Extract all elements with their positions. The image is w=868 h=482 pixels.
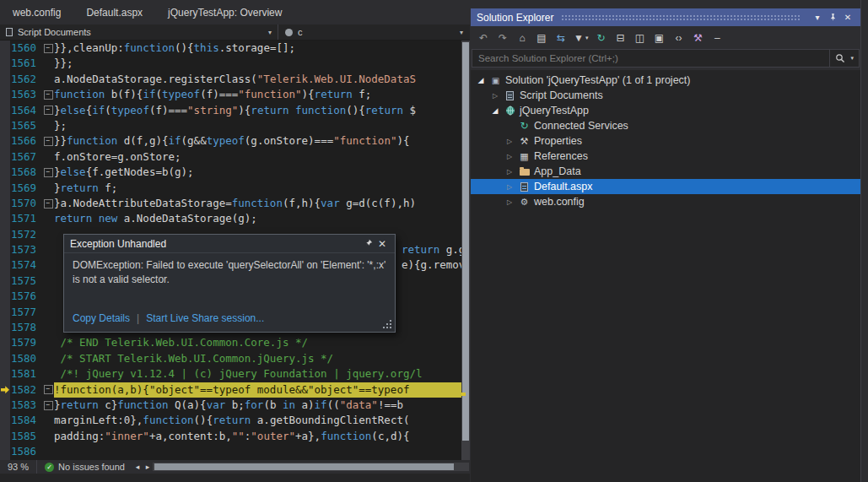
expander-icon[interactable]: ▷ [504,153,515,160]
scroll-left-icon[interactable]: ◂ [132,463,143,471]
line-number: 1585 [10,429,42,444]
expander-icon[interactable]: ▷ [490,92,500,100]
pin-icon[interactable] [826,13,839,23]
expander-icon[interactable]: ▷ [504,198,515,206]
editor-tab[interactable]: Default.aspx [73,0,155,24]
code-text: function b(f){if(typeof(f)==="function")… [54,87,461,102]
code-text: /*! jQuery v1.12.4 | (c) jQuery Foundati… [54,366,461,382]
refresh-button[interactable]: ↻ [592,30,609,46]
live-share-link[interactable]: Start Live Share session... [146,312,264,324]
tree-item[interactable]: ▷▦References [471,149,860,164]
copy-details-link[interactable]: Copy Details [73,312,130,324]
solution-explorer-header[interactable]: Solution Explorer ▾✕ [471,8,860,26]
pending-changes-filter-button[interactable]: ▼▾ [572,30,590,46]
search-box[interactable]: Search Solution Explorer (Ctrl+;) ▾ [472,49,860,68]
window-position-icon[interactable]: ▾ [811,13,824,22]
line-number: 1563 [10,87,42,102]
connected-services-icon: ↻ [518,120,531,132]
tree-item-label: Default.aspx [534,181,592,192]
editor-tab[interactable]: jQueryTestApp: Overview [155,0,294,24]
scrollbar-track[interactable] [153,463,461,471]
switch-views-button[interactable]: ▤ [533,30,550,46]
outline-margin [42,351,54,366]
outline-collapse-icon[interactable] [42,41,54,56]
expander-icon[interactable]: ◢ [476,76,486,84]
glyph-margin [0,56,10,71]
close-icon[interactable]: ✕ [375,238,389,250]
code-text: padding:"inner"+a,content:b,"":"outer"+a… [54,429,461,444]
expander-icon[interactable]: ▷ [504,183,515,191]
member-dropdown[interactable]: c ▾ [278,24,470,40]
view-code-icon: ‹› [675,32,682,44]
outline-margin [42,181,54,196]
search-icon [835,53,845,63]
outline-collapse-icon[interactable] [42,133,54,149]
pin-icon[interactable] [362,238,375,250]
zoom-level: 93 % [8,462,29,472]
health-status-label: No issues found [58,462,125,472]
collapse-pane-button[interactable]: ‒ [709,30,725,46]
line-number: 1560 [10,41,42,56]
glyph-margin [0,149,10,165]
outline-collapse-icon[interactable] [42,382,54,398]
properties-window-button[interactable]: ▣ [650,30,667,46]
search-icons[interactable]: ▾ [829,50,859,67]
resize-grip-icon[interactable] [390,327,391,328]
collapse-all-button[interactable]: ⊟ [612,30,628,46]
outline-collapse-icon[interactable] [42,87,54,102]
outline-collapse-icon[interactable] [42,165,54,180]
zoom-control[interactable]: 93 % [0,460,37,474]
document-dropdown[interactable]: Script Documents ▾ [0,24,278,40]
references-icon: ▦ [518,151,531,162]
tree-item[interactable]: ↻Connected Services [471,118,860,133]
outline-collapse-icon[interactable] [42,196,54,211]
code-text: }return f; [54,181,461,196]
sync-with-active-document-button[interactable]: ⇆ [553,30,569,46]
editor-tab[interactable]: web.config [0,0,73,24]
horizontal-scrollbar[interactable]: ◂ ▸ [132,460,470,474]
glyph-margin [0,103,10,118]
close-icon[interactable]: ✕ [841,13,855,22]
document-health-indicator[interactable]: ✓ No issues found [37,462,132,472]
editor-vertical-scrollbar[interactable] [461,41,470,460]
back-button[interactable]: ↶ [475,30,492,46]
tree-item[interactable]: ◢▣Solution 'jQueryTestApp' (1 of 1 proje… [471,73,860,88]
scroll-right-icon[interactable]: ▸ [143,463,153,471]
scrollbar-corner [461,463,469,471]
tree-item[interactable]: ▷Script Documents [471,88,860,103]
line-number: 1569 [10,181,42,196]
tree-item[interactable]: ▷⚙web.config [471,194,860,209]
tree-item[interactable]: ▷⚒Properties [471,133,860,149]
show-all-files-button[interactable]: ◫ [631,30,648,46]
code-line: 1564}else{if(typeof(f)==="string"){retur… [0,103,461,118]
expander-icon[interactable]: ▷ [504,138,515,145]
tree-item[interactable]: ▷Default.aspx [471,179,860,194]
view-code-button[interactable]: ‹› [670,30,687,46]
forward-button[interactable]: ↷ [494,30,511,46]
properties-button[interactable]: ⚒ [689,30,706,46]
search-input[interactable]: Search Solution Explorer (Ctrl+;) [472,50,829,67]
code-text: }}function d(f,g){if(g&&typeof(g.onStore… [54,133,461,149]
outline-margin [42,305,54,320]
expander-icon[interactable]: ▷ [504,168,515,176]
glyph-margin [0,257,10,273]
outline-margin [42,149,54,165]
tree-item[interactable]: ◢jQueryTestApp [471,103,860,118]
code-text: }return c}function Q(a){var b;for(b in a… [54,398,461,413]
solution-explorer-panel: Solution Explorer ▾✕ ↶↷⌂▤⇆▼▾↻⊟◫▣‹›⚒‒ Sea… [471,0,860,482]
tree-item[interactable]: ▷App_Data [471,164,860,179]
code-text: }a.NodeAttributeDataStorage=function(f,h… [54,196,461,211]
code-text: /* END Telerik.Web.UI.Common.Core.js */ [54,335,461,350]
scrollbar-thumb[interactable] [154,463,454,470]
glyph-margin [0,398,10,413]
expander-icon[interactable]: ◢ [490,106,500,115]
scrollbar-thumb[interactable] [462,42,469,441]
code-text: marginLeft:0},function(){return a.getBou… [54,413,461,428]
home-button[interactable]: ⌂ [514,30,531,46]
outline-collapse-icon[interactable] [42,398,54,413]
collapse-all-icon: ⊟ [616,32,624,44]
outline-collapse-icon[interactable] [42,103,54,118]
line-number: 1576 [10,289,42,304]
line-number: 1573 [10,242,42,257]
line-number: 1586 [10,444,42,459]
